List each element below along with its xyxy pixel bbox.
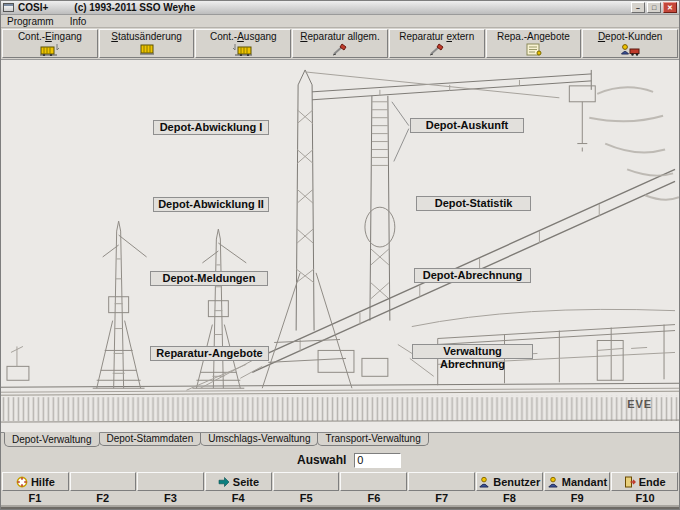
fkey-label-row: F1 F2 F3 F4 F5 F6 F7 F8 F9 F10 [1, 492, 679, 505]
tab-bar: Depot-Verwaltung Depot-Stammdaten Umschl… [1, 432, 679, 449]
auskunft-leader-lines [392, 102, 409, 162]
container-out-icon [232, 43, 254, 56]
cont-ausgang-button[interactable]: Cont.-Ausgang [195, 29, 291, 58]
function-button-row: Hilfe Seite Benutzer Mandant [1, 471, 679, 492]
depot-kunden-button[interactable]: Depot-Kunden [582, 29, 678, 58]
main-canvas: EVE Depot-Abwicklung I Depot-Auskunft De… [1, 59, 679, 432]
f2-key-label: F2 [69, 492, 137, 505]
auswahl-input[interactable] [354, 453, 401, 468]
help-icon [16, 476, 28, 488]
menu-programm[interactable]: Programm [5, 16, 56, 27]
tab-depot-verwaltung[interactable]: Depot-Verwaltung [4, 432, 100, 447]
seite-label: Seite [233, 476, 259, 488]
statusaenderung-label: Statusänderung [111, 31, 182, 42]
toolbar: Cont.-Eingang Statusänderung Cont.-Ausga… [1, 28, 679, 59]
f6-key-label: F6 [340, 492, 408, 505]
depot-auskunft-button[interactable]: Depot-Auskunft [410, 118, 524, 133]
mandant-label: Mandant [562, 476, 607, 488]
repa-angebote-label: Repa.-Angebote [497, 31, 570, 42]
ende-label: Ende [639, 476, 666, 488]
container-status-icon [136, 43, 158, 56]
close-icon[interactable]: ✕ [663, 2, 677, 13]
ende-button[interactable]: Ende [611, 472, 678, 491]
verwaltung-abrechnung-button[interactable]: Verwaltung Abrechnung [412, 344, 533, 359]
f10-key-label: F10 [611, 492, 679, 505]
cont-ausgang-label: Cont.-Ausgang [210, 31, 277, 42]
f7-button[interactable] [408, 472, 475, 491]
statusaenderung-button[interactable]: Statusänderung [99, 29, 195, 58]
harbor-crane-middle [192, 229, 246, 388]
reparatur-angebote-button[interactable]: Reparatur-Angebote [150, 346, 269, 361]
app-title: COSI+ [18, 2, 48, 13]
title-bar: COSI+ (c) 1993-2011 SSO Weyhe – □ ✕ [1, 1, 679, 15]
tab-transport-verwaltung[interactable]: Transport-Verwaltung [317, 433, 428, 446]
exit-icon [624, 476, 636, 488]
minimize-icon[interactable]: – [631, 2, 645, 13]
harbor-crane-left [93, 221, 147, 388]
container-in-icon [39, 43, 61, 56]
reparatur-extern-label: Reparatur extern [399, 31, 474, 42]
menu-bar: Programm Info [1, 15, 679, 28]
depot-abwicklung-1-button[interactable]: Depot-Abwicklung I [153, 120, 269, 135]
f2-button[interactable] [70, 472, 137, 491]
f8-key-label: F8 [476, 492, 544, 505]
hilfe-label: Hilfe [31, 476, 55, 488]
benutzer-button[interactable]: Benutzer [476, 472, 543, 491]
client-icon [547, 476, 559, 488]
reparatur-allgem-label: Reparatur allgem. [300, 31, 380, 42]
hilfe-button[interactable]: Hilfe [2, 472, 69, 491]
cloud-scribbles [589, 87, 679, 200]
selection-row: Auswahl [1, 449, 679, 471]
depot-kunden-label: Depot-Kunden [598, 31, 663, 42]
offers-icon [522, 43, 544, 56]
f3-key-label: F3 [137, 492, 205, 505]
cont-eingang-label: Cont.-Eingang [18, 31, 82, 42]
depot-abwicklung-2-button[interactable]: Depot-Abwicklung II [153, 197, 269, 212]
f1-key-label: F1 [1, 492, 69, 505]
menu-info[interactable]: Info [68, 16, 89, 27]
user-icon [478, 476, 490, 488]
depot-statistik-button[interactable]: Depot-Statistik [416, 196, 531, 211]
app-icon [3, 3, 14, 12]
repa-angebote-button[interactable]: Repa.-Angebote [486, 29, 582, 58]
tab-depot-stammdaten[interactable]: Depot-Stammdaten [99, 433, 202, 446]
reparatur-extern-button[interactable]: Reparatur extern [389, 29, 485, 58]
mandant-button[interactable]: Mandant [544, 472, 611, 491]
repair-icon [329, 43, 351, 56]
f6-button[interactable] [340, 472, 407, 491]
tab-umschlags-verwaltung[interactable]: Umschlags-Verwaltung [200, 433, 318, 446]
f9-key-label: F9 [543, 492, 611, 505]
window-controls: – □ ✕ [631, 2, 677, 13]
cont-eingang-button[interactable]: Cont.-Eingang [2, 29, 98, 58]
quay-text: EVE [627, 398, 652, 410]
depot-abrechnung-button[interactable]: Depot-Abrechnung [414, 268, 531, 283]
f3-button[interactable] [137, 472, 204, 491]
quay-wall [1, 383, 679, 422]
repair-icon [426, 43, 448, 56]
customer-truck-icon [619, 43, 641, 56]
f7-key-label: F7 [408, 492, 476, 505]
f4-key-label: F4 [204, 492, 272, 505]
maximize-icon[interactable]: □ [647, 2, 661, 13]
benutzer-label: Benutzer [493, 476, 540, 488]
f5-key-label: F5 [272, 492, 340, 505]
depot-meldungen-button[interactable]: Depot-Meldungen [150, 271, 268, 286]
page-arrow-icon [218, 476, 230, 488]
seite-button[interactable]: Seite [205, 472, 272, 491]
reparatur-allgem-button[interactable]: Reparatur allgem. [292, 29, 388, 58]
window-bottom-edge [1, 505, 679, 509]
auswahl-label: Auswahl [297, 453, 346, 467]
app-window: COSI+ (c) 1993-2011 SSO Weyhe – □ ✕ Prog… [0, 0, 680, 510]
harbor-sketch-image: EVE [1, 60, 679, 432]
f5-button[interactable] [273, 472, 340, 491]
title-copyright: (c) 1993-2011 SSO Weyhe [74, 2, 195, 13]
